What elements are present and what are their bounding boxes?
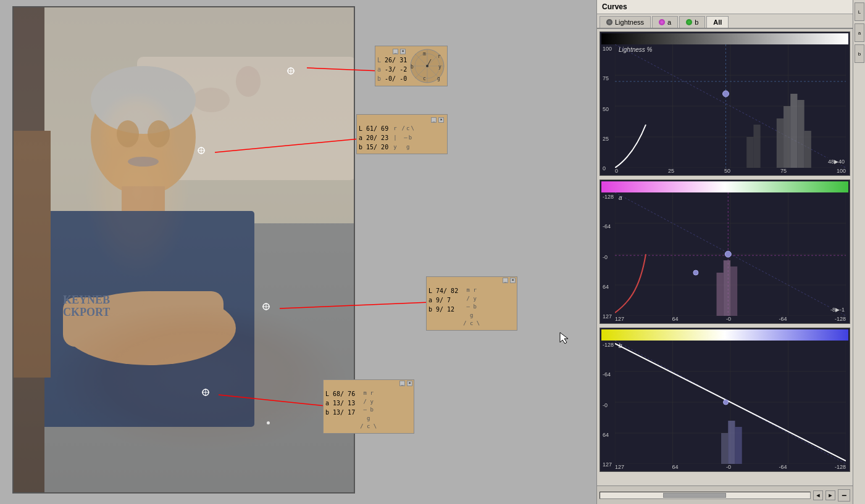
- popup2-minimize[interactable]: _: [431, 117, 437, 123]
- sample-point-2[interactable]: [197, 146, 206, 156]
- curves-content: 100 75 50 25 0 Lightness %: [597, 29, 853, 485]
- svg-point-4: [236, 66, 261, 97]
- svg-rect-66: [804, 131, 811, 168]
- lightness-chart-container: 100 75 50 25 0 Lightness %: [600, 31, 850, 176]
- popup4-close[interactable]: ×: [407, 381, 412, 386]
- svg-rect-98: [728, 421, 735, 464]
- photo-container: KEYNEB CKPORT: [12, 6, 355, 494]
- b-y-127: 127: [603, 461, 612, 468]
- svg-rect-65: [797, 100, 804, 168]
- tab-all[interactable]: All: [706, 16, 729, 28]
- sample-popup-1[interactable]: _ × L 26/ 31 a -3/ -2 b -0/ -0 m r y b c…: [375, 46, 448, 86]
- side-b-btn[interactable]: b: [855, 44, 864, 63]
- a-y-n64: -64: [603, 223, 611, 229]
- svg-point-7: [117, 120, 139, 147]
- popup3-b: b 9/ 12: [428, 305, 458, 314]
- side-strip: L a b: [853, 0, 865, 504]
- popup3-L: L 74/ 82: [428, 286, 458, 295]
- scroll-left-btn[interactable]: ◄: [813, 490, 823, 500]
- svg-text:r: r: [438, 54, 441, 59]
- l-y-0: 0: [603, 165, 606, 171]
- a-io-values: -8▶-1: [829, 306, 846, 313]
- sample-point-3[interactable]: [262, 302, 270, 312]
- popup3-close[interactable]: ×: [510, 278, 516, 283]
- tab-lightness[interactable]: Lightness: [600, 16, 651, 28]
- tab-a[interactable]: a: [652, 16, 678, 28]
- a-curve-svg: [615, 192, 846, 316]
- svg-point-8: [148, 120, 170, 147]
- popup1-minimize[interactable]: _: [393, 49, 398, 54]
- a-x-labels: 12764-0-64-128: [615, 316, 846, 322]
- svg-rect-16: [14, 131, 51, 378]
- scroll-thumb[interactable]: [663, 493, 726, 498]
- popup2-b: b 15/ 20: [359, 143, 388, 152]
- b-y-0: -0: [603, 402, 608, 408]
- photo-image: KEYNEB CKPORT: [14, 7, 354, 492]
- zoom-minus-btn[interactable]: −: [838, 489, 850, 502]
- l-x-labels: 0255075100: [615, 168, 846, 174]
- a-chart-container: ♦ -128 -64 -0 64 127 a: [600, 180, 850, 324]
- svg-rect-62: [777, 118, 784, 168]
- curves-panel: Curves Lightness a b All 100 75 50: [596, 0, 853, 504]
- svg-text:b: b: [411, 64, 414, 70]
- photo-area: KEYNEB CKPORT: [0, 0, 596, 504]
- sample-popup-3[interactable]: _ × L 74/ 82 a 9/ 7 b 9/ 12 m r / y – b …: [426, 276, 517, 331]
- cursor-arrow: [559, 331, 571, 346]
- popup1-close[interactable]: ×: [400, 49, 406, 54]
- svg-text:c: c: [423, 76, 426, 81]
- popup2-close[interactable]: ×: [438, 117, 444, 123]
- b-curve-svg: [615, 341, 846, 464]
- svg-point-3: [193, 88, 230, 112]
- svg-rect-99: [735, 427, 742, 464]
- svg-rect-64: [790, 94, 797, 168]
- lightness-dot: [606, 19, 612, 25]
- svg-point-101: [724, 400, 729, 405]
- a-y-0: -0: [603, 254, 608, 260]
- curves-tabs: Lightness a b All: [597, 14, 853, 29]
- svg-rect-63: [784, 106, 790, 168]
- a-dot: [659, 19, 665, 25]
- sample-point-1[interactable]: [286, 67, 295, 76]
- sample-popup-2[interactable]: _ × L 61/ 69 a 20/ 23 b 15/ 20 r | y /c\…: [356, 114, 448, 154]
- sample-point-4[interactable]: [201, 388, 210, 398]
- svg-text:m: m: [423, 51, 426, 57]
- svg-text:g: g: [437, 76, 440, 81]
- popup2-a: a 20/ 23: [359, 133, 388, 143]
- tab-b[interactable]: b: [679, 16, 705, 28]
- side-L-btn[interactable]: L: [855, 2, 864, 21]
- l-y-100: 100: [603, 46, 612, 52]
- curves-header: Curves: [597, 0, 853, 14]
- lightness-io-values: 48▶40: [827, 158, 846, 165]
- side-a-btn[interactable]: a: [855, 23, 864, 42]
- b-y-n64: -64: [603, 371, 611, 378]
- svg-point-6: [91, 66, 196, 134]
- svg-marker-49: [560, 333, 568, 344]
- a-y-64: 64: [603, 284, 609, 290]
- svg-point-69: [723, 91, 729, 97]
- popup4-minimize[interactable]: _: [399, 381, 405, 386]
- sample-popup-4[interactable]: _ × L 68/ 76 a 13/ 13 b 13/ 17 m r / y –…: [323, 379, 414, 434]
- curves-scrollbar: ◄ ► −: [597, 485, 853, 504]
- svg-point-86: [693, 270, 698, 275]
- popup1-a: a -3/ -2: [377, 65, 407, 74]
- b-gradient-bar: [601, 329, 848, 341]
- svg-text:CKPORT: CKPORT: [63, 306, 110, 318]
- popup3-minimize[interactable]: _: [503, 278, 508, 283]
- svg-rect-14: [143, 291, 224, 341]
- popup1-b: b -0/ -0: [377, 74, 407, 83]
- svg-point-85: [725, 251, 731, 257]
- scroll-track[interactable]: [600, 492, 811, 499]
- svg-rect-68: [746, 137, 753, 168]
- svg-text:y: y: [438, 64, 441, 70]
- b-dot: [686, 19, 692, 25]
- svg-point-9: [128, 157, 159, 167]
- b-y-64: 64: [603, 432, 609, 438]
- svg-text:KEYNEB: KEYNEB: [63, 294, 110, 306]
- popup3-a: a 9/ 7: [428, 295, 458, 305]
- scroll-right-btn[interactable]: ►: [825, 490, 835, 500]
- curves-title: Curves: [602, 2, 627, 11]
- b-x-labels: 12764-0-64-128: [615, 464, 846, 470]
- b-y-n128: -128: [603, 342, 614, 348]
- l-y-50: 50: [603, 106, 609, 112]
- a-gradient-bar: [601, 181, 848, 192]
